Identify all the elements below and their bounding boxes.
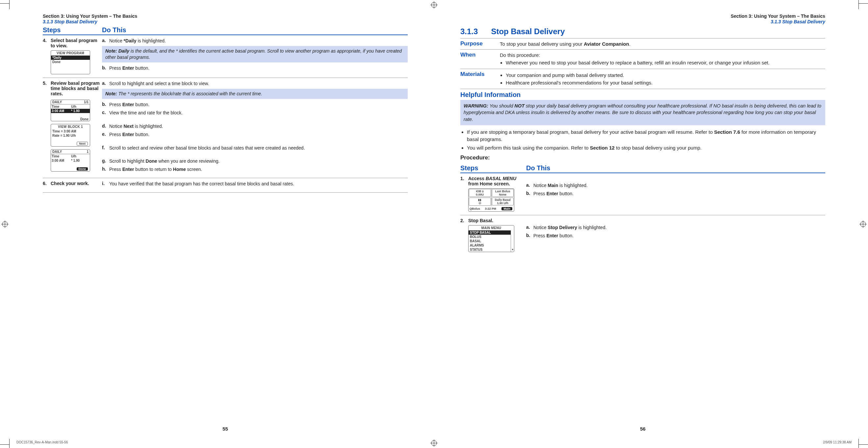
running-subhead: 3.1.3 Stop Basal Delivery — [460, 19, 825, 24]
section-title: 3.1.3Stop Basal Delivery — [460, 27, 825, 36]
screen-view-program: VIEW PROGRAM *Daily Done — [51, 50, 90, 74]
r-step1-b: Press Enter button. — [533, 191, 825, 197]
step5-g: Scroll to highlight Done when you are do… — [109, 158, 408, 164]
indd-filename: DOC15736_Rev-A-Man.indd 55-56 — [17, 441, 68, 444]
col-do-this: Do This — [526, 164, 825, 172]
step5-b: Press Enter button. — [109, 102, 408, 108]
note-box: Note: Daily is the default, and the * id… — [102, 46, 408, 63]
step-title: Stop Basal. MAIN MENU STOP BASAL BOLUS B… — [468, 217, 526, 252]
column-headers: Steps Do This — [43, 24, 408, 35]
step5-f: Scroll to select and review other basal … — [109, 145, 408, 151]
step5-a: Scroll to highlight and select a time bl… — [109, 80, 408, 87]
step-number: 5. — [43, 80, 51, 175]
column-headers: Steps Do This — [460, 162, 825, 173]
screen-daily-1: DAILY1/1 TimeU/h 3:00 AM* 1.90 Done — [51, 100, 90, 121]
registration-mark-icon — [430, 1, 438, 8]
registration-mark-icon — [1, 220, 8, 228]
step5-d: Notice Next is highlighted. — [109, 123, 408, 130]
step6-i: You have verified that the basal program… — [109, 181, 408, 187]
running-subhead: 3.1.3 Stop Basal Delivery — [43, 19, 408, 24]
scroll-down-icon: ▼ — [511, 248, 514, 251]
registration-mark-icon — [860, 220, 867, 228]
running-head: Section 3: Using Your System – The Basic… — [460, 13, 825, 19]
page-number: 56 — [640, 426, 646, 432]
warning-box: WARNING: You should NOT stop your daily … — [460, 100, 825, 125]
info-bullets: If you are stopping a temporary basal pr… — [467, 129, 825, 151]
r-step1-a: Notice Main is highlighted. — [533, 182, 825, 189]
step-title: Select basal program to view. VIEW PROGR… — [51, 37, 102, 74]
step5-e: Press Enter button. — [109, 132, 408, 138]
step4-a: Notice *Daily is highlighted. — [109, 38, 408, 44]
step-6: 6. Check your work. i.You have verified … — [43, 178, 408, 193]
r-step2-a: Notice Stop Delivery is highlighted. — [533, 225, 825, 231]
step-title: Review basal program time blocks and bas… — [51, 80, 102, 175]
step-number: 6. — [43, 180, 51, 189]
step-number: 4. — [43, 37, 51, 74]
screen-view-block: VIEW BLOCK 1 Time = 3:00 AM Rate = 1.90 … — [51, 124, 90, 147]
step-title: Access BASAL MENU from Home screen. IOB … — [468, 175, 526, 212]
screen-home: IOB ≥0.00U Last BolusNone ◗◗⦾ Daily Basa… — [468, 188, 514, 212]
purpose-row: Purpose To stop your basal delivery usin… — [460, 38, 825, 49]
step5-h: Press Enter button to return to Home scr… — [109, 166, 408, 173]
note-box: Note: The * represents the block/rate th… — [102, 89, 408, 99]
step-5: 5. Review basal program time blocks and … — [43, 78, 408, 178]
screen-main-menu: MAIN MENU STOP BASAL BOLUS BASAL ALARMS … — [468, 225, 514, 252]
step5-c: View the time and rate for the block. — [109, 110, 408, 116]
page-55: Section 3: Using Your System – The Basic… — [17, 13, 434, 428]
helpful-heading: Helpful Information — [460, 89, 825, 99]
step-4: 4. Select basal program to view. VIEW PR… — [43, 35, 408, 78]
page-number: 55 — [222, 426, 228, 432]
step-title: Check your work. — [51, 180, 102, 189]
battery-icon: ◗◗⦾ — [469, 198, 491, 206]
step-number: 1. — [460, 175, 468, 212]
print-timestamp: 2/9/09 11:29:38 AM — [823, 441, 851, 444]
page-56: Section 3: Using Your System – The Basic… — [434, 13, 851, 428]
step4-b: Press Enter button. — [109, 65, 408, 71]
when-row: When Do this procedure: Whenever you nee… — [460, 49, 825, 69]
col-steps: Steps — [460, 164, 526, 172]
col-steps: Steps — [43, 26, 102, 34]
screen-daily-2: DAILY1 TimeU/h 3:00 AM* 1.90 Done — [51, 149, 90, 172]
materials-row: Materials Your companion and pump with b… — [460, 69, 825, 89]
proc-step-1: 1. Access BASAL MENU from Home screen. I… — [460, 173, 825, 215]
r-step2-b: Press Enter button. — [533, 233, 825, 239]
step-number: 2. — [460, 217, 468, 252]
col-do-this: Do This — [102, 26, 408, 34]
print-footer: DOC15736_Rev-A-Man.indd 55-56 2/9/09 11:… — [17, 441, 851, 444]
proc-step-2: 2. Stop Basal. MAIN MENU STOP BASAL BOLU… — [460, 215, 825, 255]
procedure-heading: Procedure: — [460, 154, 825, 161]
running-head: Section 3: Using Your System – The Basic… — [43, 13, 408, 19]
